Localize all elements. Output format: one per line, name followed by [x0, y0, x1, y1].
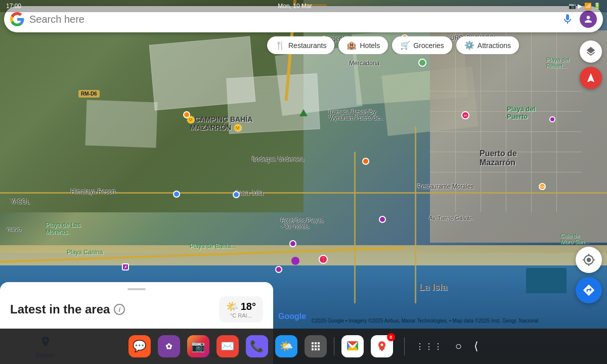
- road-label-rm-d6: RM-D6: [78, 90, 100, 98]
- attribution-text: ©2025 Google • Imagery ©2025 Airbus, Max…: [311, 318, 538, 324]
- search-input[interactable]: [29, 14, 559, 25]
- label-playa-las-moreras: Playa de LasMoreras.: [46, 221, 80, 236]
- label-nuevo: nuevo: [7, 226, 21, 232]
- pin-himalaya[interactable]: [173, 191, 180, 198]
- street-v1: [455, 30, 456, 212]
- pin-hotel-dos-playas[interactable]: [379, 216, 386, 223]
- weather-badge[interactable]: 🌤️ 18° °C RAI...: [219, 296, 263, 323]
- maps-icon: [376, 340, 388, 352]
- pin-beach-1[interactable]: [275, 266, 282, 273]
- status-icons: 📷 ▶ 📶 🔋: [569, 3, 601, 10]
- android-home-btn[interactable]: ○: [455, 340, 462, 353]
- info-icon[interactable]: i: [114, 304, 125, 315]
- status-bar: 17:00 Mon, 10 Mar 📷 ▶ 📶 🔋: [0, 0, 607, 12]
- street-v3: [506, 30, 506, 212]
- mic-icon[interactable]: [559, 11, 576, 27]
- street-v2: [481, 30, 481, 212]
- app-viber[interactable]: 📞: [246, 335, 268, 357]
- directions-button[interactable]: [576, 277, 602, 303]
- pin-camping[interactable]: [183, 111, 190, 118]
- pill-groceries-label: Groceries: [413, 41, 444, 50]
- weather-subtitle: °C RAI...: [226, 312, 256, 318]
- app-gmail-red[interactable]: ✉️: [216, 335, 239, 357]
- messages-icon: 💬: [133, 340, 146, 353]
- pill-restaurants[interactable]: 🍴 Restaurants: [267, 36, 334, 54]
- label-hotel-dos-playas: Hotel Dos Playas- 30° hotels: [281, 217, 323, 230]
- panel-title-text: Latest in the area: [10, 302, 110, 316]
- app-instagram[interactable]: 📷: [187, 335, 209, 357]
- pin-restaurante-morales[interactable]: 🍽: [539, 183, 546, 190]
- label-ramada: Ramada Resort ByWyndham Puerto de...: [329, 109, 384, 121]
- app-messages[interactable]: 💬: [128, 335, 151, 357]
- pin-dot-bahia[interactable]: [291, 257, 299, 265]
- nav-divider: [404, 337, 405, 355]
- google-logo-text: Google: [278, 312, 306, 321]
- pill-hotels-label: Hotels: [360, 41, 380, 50]
- marina: [526, 268, 567, 293]
- status-time: 17:00: [6, 3, 21, 10]
- bottom-panel: Latest in the area i 🌤️ 18° °C RAI...: [0, 282, 273, 329]
- android-nav-buttons: ⋮⋮⋮ ○ ⟨: [416, 340, 479, 353]
- street-v5: [556, 30, 557, 212]
- hotels-icon: 🏨: [346, 40, 357, 50]
- road-horizontal: [0, 192, 607, 194]
- app-maps[interactable]: 8: [371, 335, 393, 357]
- road-vertical-2: [415, 126, 416, 303]
- app-weather[interactable]: 🌤️: [275, 335, 297, 357]
- status-date: Mon, 10 Mar: [278, 3, 312, 10]
- attribution: ©2025 Google • Imagery ©2025 Airbus, Max…: [273, 318, 577, 324]
- pill-restaurants-label: Restaurants: [288, 41, 326, 50]
- panel-content: Latest in the area i 🌤️ 18° °C RAI...: [0, 296, 273, 329]
- app-gmail-white[interactable]: [341, 335, 364, 357]
- instagram-icon: 📷: [191, 340, 205, 353]
- street-v4: [531, 30, 532, 212]
- google-maps-logo: Google: [278, 312, 306, 321]
- greenhouse-3: [85, 100, 157, 148]
- pin-casa-julia[interactable]: [233, 191, 240, 198]
- gmail-red-icon: ✉️: [221, 340, 234, 353]
- road-vertical-1: [354, 152, 356, 303]
- weather-app-icon: 🌤️: [279, 340, 293, 353]
- pin-mercadona[interactable]: 🛒: [418, 59, 426, 67]
- pin-camping-sign[interactable]: [299, 109, 308, 116]
- pin-playa-bahia[interactable]: [289, 240, 296, 247]
- pill-attractions-label: Attractions: [478, 41, 511, 50]
- google-logo: [10, 12, 24, 26]
- bereal-icon: ✿: [165, 342, 172, 351]
- weather-temp: 18°: [241, 301, 256, 312]
- grid-icon: [310, 340, 322, 352]
- compass-button[interactable]: [580, 67, 602, 89]
- pin-ramada[interactable]: H: [461, 111, 469, 119]
- svg-point-0: [380, 344, 383, 346]
- app-grid[interactable]: [305, 335, 327, 357]
- app-bereal[interactable]: ✿: [158, 335, 180, 357]
- android-back-btn[interactable]: ⟨: [474, 340, 479, 353]
- beach-strip: [0, 245, 607, 265]
- android-menu-btn[interactable]: ⋮⋮⋮: [416, 342, 443, 351]
- profile-avatar[interactable]: [580, 11, 597, 28]
- attractions-icon: ⚙️: [464, 40, 474, 50]
- pin-playa-puerto[interactable]: [549, 116, 555, 122]
- location-button[interactable]: [576, 247, 602, 273]
- pill-hotels[interactable]: 🏨 Hotels: [338, 36, 388, 54]
- panel-title: Latest in the area i: [10, 302, 125, 316]
- map-controls: [580, 40, 602, 89]
- dock-divider: [334, 337, 334, 355]
- groceries-icon: 🛒: [400, 40, 410, 50]
- pill-attractions[interactable]: ⚙️ Attractions: [456, 36, 519, 54]
- category-pills: 🍴 Restaurants 🏨 Hotels 🛒 Groceries ⚙️ At…: [263, 36, 607, 54]
- pin-beach-3[interactable]: 📍: [319, 255, 328, 264]
- viber-icon: 📞: [250, 340, 264, 353]
- gmail-white-icon: [346, 341, 359, 351]
- pill-groceries[interactable]: 🛒 Groceries: [392, 36, 452, 54]
- pin-beach-2[interactable]: ✗: [122, 263, 129, 270]
- weather-icon: 🌤️: [226, 300, 239, 312]
- panel-handle[interactable]: [127, 288, 146, 290]
- restaurants-icon: 🍴: [275, 40, 285, 50]
- pin-bodegas[interactable]: [362, 158, 369, 165]
- app-dock: 💬 ✿ 📷 ✉️ 📞 🌤️ 8: [0, 329, 607, 364]
- maps-badge: 8: [387, 333, 395, 341]
- layers-button[interactable]: [580, 40, 602, 63]
